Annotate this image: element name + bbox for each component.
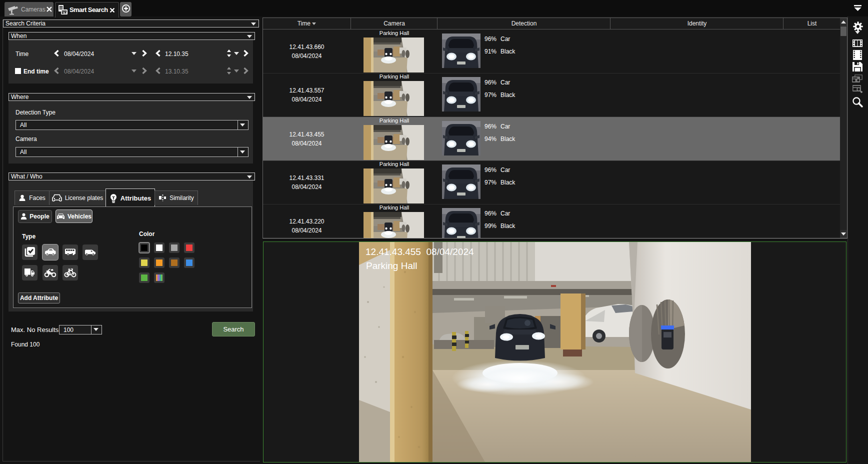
svg-text:12.41.43.455 08/04/2024: 12.41.43.455 08/04/2024 <box>366 246 474 257</box>
svg-text:Parking Hall: Parking Hall <box>366 260 417 271</box>
